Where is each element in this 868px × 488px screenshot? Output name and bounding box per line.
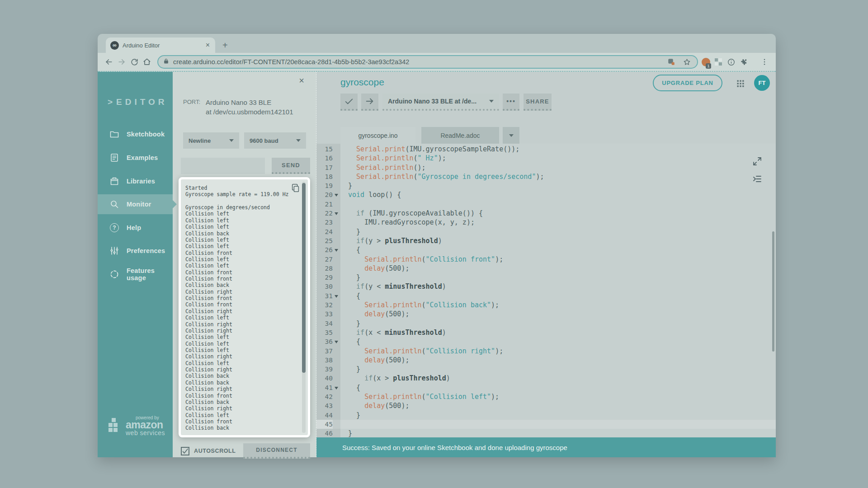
monitor-output-line: Collision right: [185, 289, 299, 295]
code-line: 33 delay(500);: [316, 310, 776, 319]
fold-caret-icon[interactable]: [333, 291, 340, 300]
port-path: at /dev/cu.usbmodem142101: [206, 107, 293, 117]
sidebar-item-examples[interactable]: Examples: [98, 148, 173, 168]
sidebar-item-features-usage[interactable]: Features usage: [98, 264, 173, 284]
apps-grid-icon[interactable]: [736, 79, 745, 90]
code-line: 42 Serial.println("Collision left");: [316, 392, 776, 401]
sidebar-item-help[interactable]: ? Help: [98, 218, 173, 238]
home-icon[interactable]: [142, 56, 152, 68]
monitor-output-line: Collision right: [185, 366, 299, 373]
code-line: 36 {: [316, 337, 776, 346]
monitor-output-line: Collision right: [185, 386, 299, 392]
verify-button[interactable]: [340, 94, 358, 111]
editor-scrollbar-thumb[interactable]: [772, 231, 774, 352]
code-line: 24 }: [316, 227, 776, 236]
browser-toolbar: create.arduino.cc/editor/FT-CONTENT/20e8…: [98, 53, 776, 72]
monitor-output-line: Collision left: [185, 412, 299, 418]
chevron-down-icon: [296, 139, 301, 142]
fold-caret-icon[interactable]: [333, 190, 340, 199]
sliders-icon: [108, 245, 120, 257]
code-line: 37 Serial.println("Collision right");: [316, 347, 776, 356]
checkered-extension-icon[interactable]: [713, 56, 723, 68]
board-selector[interactable]: Arduino Nano 33 BLE at /de...: [382, 94, 499, 111]
port-name: Arduino Nano 33 BLE: [206, 98, 293, 107]
fold-caret-icon[interactable]: [333, 383, 340, 392]
sidebar-item-monitor[interactable]: Monitor: [98, 194, 173, 214]
folder-icon: [108, 128, 120, 140]
profile-extension-icon[interactable]: 1: [701, 56, 711, 68]
code-line: 30 if(y < minusThreshold): [316, 282, 776, 291]
baud-rate-select[interactable]: 9600 baud: [244, 132, 306, 149]
monitor-output-line: Collision front: [185, 295, 299, 301]
code-line: 16 Serial.println(" Hz");: [316, 154, 776, 163]
browser-tab-bar: ∞ Arduino Editor × +: [98, 34, 776, 53]
sidebar-item-sketchbook[interactable]: Sketchbook: [98, 124, 173, 144]
info-icon[interactable]: [726, 56, 736, 68]
fold-caret-icon[interactable]: [333, 245, 340, 254]
code-line: 28 delay(500);: [316, 264, 776, 273]
fold-caret-icon[interactable]: [333, 209, 340, 218]
monitor-output-line: Started: [185, 185, 299, 191]
chevron-down-icon: [229, 139, 234, 142]
aws-logo: powered by amazon web services: [108, 415, 165, 437]
more-actions-button[interactable]: •••: [503, 94, 519, 111]
tab-close-icon[interactable]: ×: [205, 41, 211, 49]
monitor-output-line: Collision left: [185, 256, 299, 263]
sidebar-item-preferences[interactable]: Preferences: [98, 241, 173, 261]
send-button[interactable]: SEND: [272, 158, 310, 174]
reload-icon[interactable]: [129, 56, 139, 68]
serial-monitor-panel: × PORT: Arduino Nano 33 BLE at /dev/cu.u…: [173, 72, 316, 457]
forward-icon[interactable]: [117, 56, 127, 68]
chevron-down-icon: [489, 100, 494, 103]
code-line: 46}: [316, 429, 776, 438]
disconnect-button[interactable]: DISCONNECT: [243, 443, 310, 459]
url-bar[interactable]: create.arduino.cc/editor/FT-CONTENT/20e8…: [157, 55, 698, 69]
monitor-output-line: Collision left: [185, 263, 299, 269]
monitor-output-line: Collision left: [185, 211, 299, 217]
monitor-output-line: Collision right: [185, 321, 299, 328]
share-button[interactable]: SHARE: [524, 94, 552, 111]
code-line: 35 if(x < minusThreshold): [316, 328, 776, 337]
monitor-output-line: Collision right: [185, 353, 299, 360]
code-line: 18 Serial.println("Gyroscope in degrees/…: [316, 172, 776, 181]
tab-readme-adoc[interactable]: ReadMe.adoc: [421, 127, 499, 144]
monitor-output-line: Collision back: [185, 425, 299, 431]
code-line: 22 if (IMU.gyroscopeAvailable()) {: [316, 209, 776, 218]
code-line: 25 if(y > plusThreshold): [316, 236, 776, 245]
bookmark-star-icon[interactable]: [681, 56, 693, 68]
code-line: 19}: [316, 181, 776, 190]
monitor-output-line: Collision right: [185, 328, 299, 334]
code-line: 43 delay(500);: [316, 401, 776, 410]
line-ending-select[interactable]: Newline: [183, 132, 239, 149]
monitor-output-line: Collision front: [185, 393, 299, 399]
monitor-scrollbar-thumb[interactable]: [302, 183, 306, 373]
sidebar-item-libraries[interactable]: Libraries: [98, 171, 173, 191]
serial-message-input[interactable]: [181, 158, 265, 174]
avatar[interactable]: FT: [754, 75, 770, 91]
arduino-editor-app: >EDITOR Sketchbook Examples: [98, 72, 776, 457]
browser-menu-icon[interactable]: [760, 56, 769, 68]
browser-tab[interactable]: ∞ Arduino Editor ×: [106, 38, 215, 53]
upload-button[interactable]: [361, 94, 378, 111]
extensions-puzzle-icon[interactable]: [739, 56, 749, 68]
code-line: 17 Serial.println();: [316, 163, 776, 172]
monitor-output-box: StartedGyroscope sample rate = 119.00 Hz…: [179, 177, 310, 437]
monitor-output-line: Collision front: [185, 269, 299, 276]
fold-caret-icon[interactable]: [333, 337, 340, 346]
upgrade-plan-button[interactable]: UPGRADE PLAN: [653, 75, 722, 91]
site-permission-icon[interactable]: [665, 56, 677, 68]
back-icon[interactable]: [104, 56, 114, 68]
tab-gyroscope-ino[interactable]: gyroscope.ino: [340, 127, 415, 144]
copy-icon[interactable]: [291, 183, 301, 195]
monitor-output-line: Collision back: [185, 373, 299, 379]
autoscroll-checkbox[interactable]: [181, 447, 189, 455]
monitor-output-line: Collision left: [185, 360, 299, 366]
monitor-close-icon[interactable]: ×: [299, 75, 304, 86]
expand-editor-icon[interactable]: [752, 156, 763, 169]
outline-format-icon[interactable]: [752, 174, 763, 186]
tabs-dropdown-button[interactable]: [503, 127, 519, 144]
status-bar: Success: Saved on your online Sketchbook…: [316, 437, 776, 457]
code-line: 32 Serial.println("Collision back");: [316, 300, 776, 310]
magnifier-icon: [108, 198, 120, 210]
new-tab-button[interactable]: +: [222, 40, 228, 51]
